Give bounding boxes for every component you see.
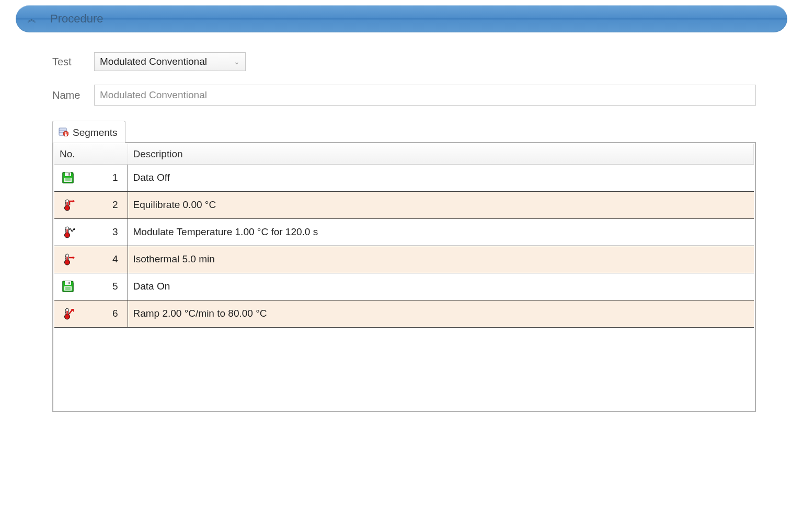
table-row[interactable]: 5Data On — [54, 273, 754, 300]
table-row[interactable]: 6Ramp 2.00 °C/min to 80.00 °C — [54, 300, 754, 327]
procedure-panel-header[interactable]: ︽ Procedure — [16, 5, 787, 32]
row-number: 4 — [82, 253, 123, 265]
row-number: 5 — [82, 281, 123, 292]
tab-segments[interactable]: Segments — [52, 121, 125, 143]
floppy-disk-icon — [61, 279, 75, 294]
thermometer-modulate-icon — [61, 225, 75, 239]
test-combobox-value: Modulated Conventional — [100, 56, 207, 67]
column-header-description[interactable]: Description — [128, 144, 754, 164]
name-label: Name — [52, 89, 94, 101]
thermometer-ramp-icon — [61, 306, 75, 321]
name-input[interactable] — [94, 85, 756, 106]
thermometer-isothermal-icon — [61, 252, 75, 267]
row-number: 6 — [82, 308, 123, 319]
cell-no[interactable]: 5 — [54, 273, 128, 300]
row-number: 3 — [82, 226, 123, 238]
cell-no[interactable]: 1 — [54, 164, 128, 191]
segments-table[interactable]: No. Description 1Data Off2Equilibrate 0.… — [54, 144, 754, 328]
test-label: Test — [52, 56, 94, 68]
table-row[interactable]: 3Modulate Temperature 1.00 °C for 120.0 … — [54, 218, 754, 246]
column-header-no[interactable]: No. — [54, 144, 128, 164]
cell-description[interactable]: Equilibrate 0.00 °C — [128, 191, 754, 218]
table-row[interactable]: 2Equilibrate 0.00 °C — [54, 191, 754, 218]
segments-tab-icon — [58, 126, 68, 139]
table-row[interactable]: 4Isothermal 5.0 min — [54, 246, 754, 273]
test-combobox[interactable]: Modulated Conventional ⌄ — [94, 52, 246, 71]
cell-no[interactable]: 6 — [54, 300, 128, 327]
cell-description[interactable]: Ramp 2.00 °C/min to 80.00 °C — [128, 300, 754, 327]
cell-description[interactable]: Isothermal 5.0 min — [128, 246, 754, 273]
row-number: 1 — [82, 172, 123, 183]
cell-no[interactable]: 2 — [54, 191, 128, 218]
cell-description[interactable]: Modulate Temperature 1.00 °C for 120.0 s — [128, 218, 754, 246]
cell-description[interactable]: Data On — [128, 273, 754, 300]
cell-no[interactable]: 4 — [54, 246, 128, 273]
segments-table-container: No. Description 1Data Off2Equilibrate 0.… — [52, 142, 756, 412]
tab-segments-label: Segments — [73, 127, 118, 138]
row-number: 2 — [82, 199, 123, 211]
thermometer-equilibrate-icon — [61, 198, 75, 212]
chevron-down-icon: ⌄ — [234, 58, 240, 65]
cell-no[interactable]: 3 — [54, 218, 128, 246]
cell-description[interactable]: Data Off — [128, 164, 754, 191]
panel-title: Procedure — [50, 12, 104, 26]
floppy-disk-icon — [61, 170, 75, 185]
table-row[interactable]: 1Data Off — [54, 164, 754, 191]
collapse-chevron-icon[interactable]: ︽ — [27, 14, 37, 24]
